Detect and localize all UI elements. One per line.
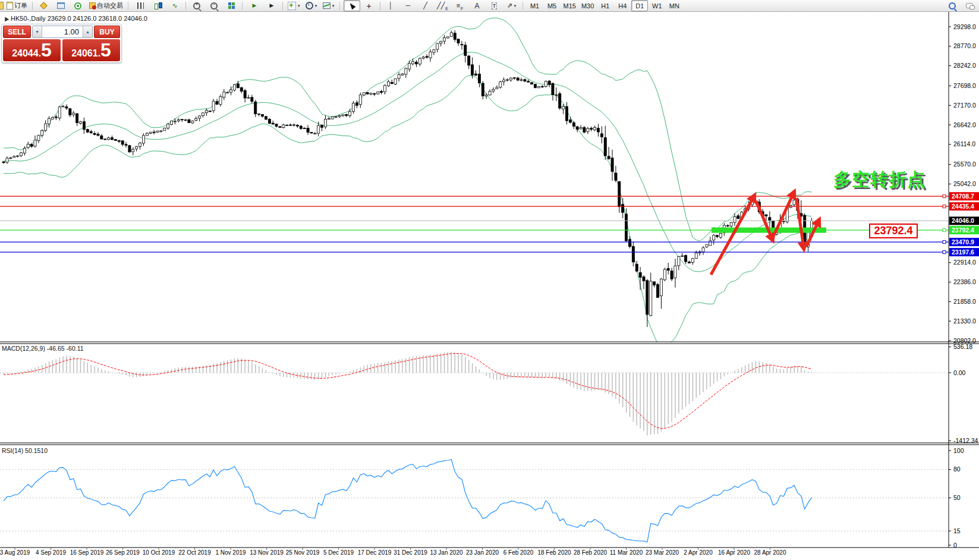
svg-text:15: 15 xyxy=(953,527,961,534)
volume-input[interactable]: 1.00 xyxy=(42,26,83,37)
svg-text:23792.4: 23792.4 xyxy=(952,226,974,234)
symbol-marker-icon xyxy=(3,15,9,21)
trading-terminal-window: 订单 自动交易 ∿ ▶ ▶ ▾ ▾ ▾ + │ ─ ╱ ╱╱E ≡F A xyxy=(0,0,979,560)
svg-text:23197.6: 23197.6 xyxy=(952,248,974,256)
svg-text:28 Apr 2020: 28 Apr 2020 xyxy=(754,549,786,556)
svg-text:21858.0: 21858.0 xyxy=(953,298,976,305)
svg-text:10 Oct 2019: 10 Oct 2019 xyxy=(143,549,175,556)
volume-increase-button[interactable]: ▲ xyxy=(83,26,92,37)
svg-text:28242.0: 28242.0 xyxy=(953,62,976,69)
chart-canvas[interactable]: 29298.028770.028242.027698.027170.026642… xyxy=(0,0,979,560)
sell-price-pip: 5 xyxy=(41,40,52,60)
svg-text:27170.0: 27170.0 xyxy=(953,102,976,109)
chart-ohlc-title: HK50-,Daily 23629.0 24126.0 23618.0 2404… xyxy=(4,15,147,22)
buy-price-main: 24061 xyxy=(71,43,98,64)
svg-text:29298.0: 29298.0 xyxy=(953,23,976,30)
buy-price-pip: 5 xyxy=(100,40,111,60)
svg-text:24046.0: 24046.0 xyxy=(952,217,974,224)
sell-button[interactable]: SELL xyxy=(3,26,31,38)
sell-price-main: 24044 xyxy=(12,43,39,64)
svg-text:50: 50 xyxy=(953,494,961,501)
symbol-info-text: HK50-,Daily 23629.0 24126.0 23618.0 2404… xyxy=(11,15,147,22)
svg-text:13 Nov 2019: 13 Nov 2019 xyxy=(250,549,284,556)
svg-text:28770.0: 28770.0 xyxy=(953,42,976,49)
svg-text:16 Sep 2019: 16 Sep 2019 xyxy=(70,549,104,556)
svg-text:13 Jan 2020: 13 Jan 2020 xyxy=(430,549,462,556)
rsi-indicator-label: RSI(14) 50.1510 xyxy=(2,447,48,454)
svg-text:25 Nov 2019: 25 Nov 2019 xyxy=(286,549,320,556)
svg-text:21330.0: 21330.0 xyxy=(953,317,976,325)
svg-text:-1412.34: -1412.34 xyxy=(953,437,978,444)
one-click-trade-panel: SELL ▼ 1.00 ▲ BUY 24044.5 24061.5 xyxy=(1,24,122,63)
svg-text:26642.0: 26642.0 xyxy=(953,121,976,128)
svg-text:26 Sep 2019: 26 Sep 2019 xyxy=(106,549,140,556)
sell-price-button[interactable]: 24044.5 xyxy=(3,39,61,61)
svg-text:17 Dec 2019: 17 Dec 2019 xyxy=(358,549,392,556)
svg-text:2 Apr 2020: 2 Apr 2020 xyxy=(684,549,713,556)
svg-text:27698.0: 27698.0 xyxy=(953,82,976,89)
svg-text:22914.0: 22914.0 xyxy=(953,259,976,266)
svg-text:25570.0: 25570.0 xyxy=(953,161,976,168)
svg-text:24708.7: 24708.7 xyxy=(952,193,974,200)
svg-text:11 Mar 2020: 11 Mar 2020 xyxy=(610,549,643,556)
svg-text:23 Jan 2020: 23 Jan 2020 xyxy=(466,549,499,556)
svg-text:100: 100 xyxy=(953,447,964,454)
svg-text:1 Nov 2019: 1 Nov 2019 xyxy=(215,549,246,556)
volume-decrease-button[interactable]: ▼ xyxy=(33,26,42,37)
price-callout-box: 23792.4 xyxy=(869,224,918,238)
macd-indicator-label: MACD(12,26,9) -46.65 -60.11 xyxy=(2,345,84,352)
svg-text:5 Dec 2019: 5 Dec 2019 xyxy=(323,549,354,556)
svg-text:4 Sep 2019: 4 Sep 2019 xyxy=(36,549,67,556)
svg-text:22386.0: 22386.0 xyxy=(953,278,976,285)
svg-text:3 Aug 2019: 3 Aug 2019 xyxy=(0,549,30,556)
svg-text:22 Oct 2019: 22 Oct 2019 xyxy=(178,549,211,556)
svg-text:24435.4: 24435.4 xyxy=(952,203,974,210)
svg-text:25042.0: 25042.0 xyxy=(953,180,976,187)
svg-text:23 Mar 2020: 23 Mar 2020 xyxy=(646,549,679,556)
svg-text:23470.9: 23470.9 xyxy=(952,238,974,246)
svg-text:6 Feb 2020: 6 Feb 2020 xyxy=(503,549,534,556)
svg-text:16 Apr 2020: 16 Apr 2020 xyxy=(718,549,750,556)
buy-price-button[interactable]: 24061.5 xyxy=(62,39,120,61)
turning-point-annotation: 多空转折点 xyxy=(833,168,926,192)
svg-text:26114.0: 26114.0 xyxy=(953,140,975,147)
svg-text:31 Dec 2019: 31 Dec 2019 xyxy=(394,549,427,556)
svg-text:28 Feb 2020: 28 Feb 2020 xyxy=(574,549,607,556)
volume-stepper[interactable]: ▼ 1.00 ▲ xyxy=(32,26,93,38)
svg-text:0: 0 xyxy=(953,542,957,549)
svg-text:0.00: 0.00 xyxy=(953,369,966,376)
buy-button[interactable]: BUY xyxy=(94,26,120,38)
svg-text:80: 80 xyxy=(953,465,961,473)
svg-text:536.18: 536.18 xyxy=(953,343,972,350)
svg-text:18 Feb 2020: 18 Feb 2020 xyxy=(537,549,571,556)
